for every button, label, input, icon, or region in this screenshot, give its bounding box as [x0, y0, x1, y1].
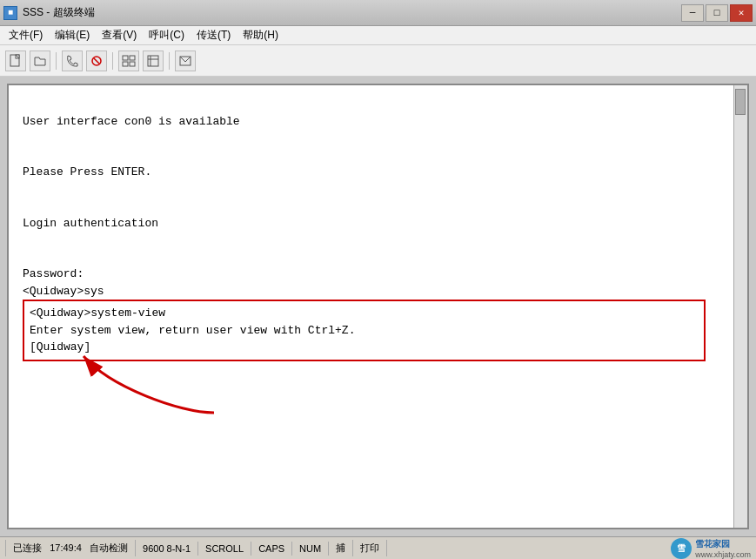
menu-bar: 文件(F) 编辑(E) 查看(V) 呼叫(C) 传送(T) 帮助(H) — [0, 26, 756, 45]
window-title: SSS - 超级终端 — [23, 5, 95, 20]
menu-edit[interactable]: 编辑(E) — [50, 26, 95, 44]
toolbar-send[interactable] — [175, 51, 196, 71]
terminal-container[interactable]: User interface con0 is available Please … — [7, 84, 749, 529]
status-connected: 已连接 17:49:4 自动检测 — [5, 540, 136, 556]
title-bar-left: ■ SSS - 超级终端 — [3, 5, 95, 20]
title-bar-buttons: ─ □ ✕ — [681, 4, 753, 22]
toolbar-open[interactable] — [30, 51, 50, 71]
status-scroll: SCROLL — [198, 542, 251, 556]
status-print: 打印 — [353, 540, 387, 556]
close-button[interactable]: ✕ — [730, 4, 753, 22]
title-bar: ■ SSS - 超级终端 ─ □ ✕ — [0, 0, 756, 26]
menu-help[interactable]: 帮助(H) — [238, 26, 284, 44]
menu-transfer[interactable]: 传送(T) — [191, 26, 236, 44]
toolbar-settings[interactable] — [143, 51, 164, 71]
status-capture: 捕 — [329, 540, 353, 556]
svg-rect-5 — [123, 56, 128, 60]
status-num: NUM — [292, 542, 329, 556]
terminal-highlighted-section: <Quidway>system-view Enter system view, … — [23, 300, 723, 361]
menu-call[interactable]: 呼叫(C) — [144, 26, 190, 44]
toolbar — [0, 45, 756, 77]
toolbar-new[interactable] — [5, 51, 26, 71]
toolbar-phone[interactable] — [62, 51, 83, 71]
highlight-box: <Quidway>system-view Enter system view, … — [23, 300, 706, 361]
status-caps: CAPS — [251, 542, 292, 556]
logo-text: 雪花家园 www.xhjaty.com — [695, 538, 751, 559]
toolbar-sep-1 — [56, 52, 57, 70]
terminal-content: User interface con0 is available Please … — [9, 85, 747, 528]
minimize-button[interactable]: ─ — [681, 4, 704, 22]
toolbar-hangup[interactable] — [86, 51, 107, 71]
svg-rect-6 — [123, 62, 128, 66]
svg-line-4 — [94, 58, 99, 64]
restore-button[interactable]: □ — [706, 4, 728, 22]
toolbar-properties[interactable] — [118, 51, 139, 71]
app-icon: ■ — [3, 6, 17, 20]
menu-view[interactable]: 查看(V) — [97, 26, 142, 44]
terminal-text-highlighted: <Quidway>system-view Enter system view, … — [30, 305, 699, 356]
scrollbar-thumb[interactable] — [735, 89, 746, 115]
menu-file[interactable]: 文件(F) — [3, 26, 48, 44]
status-baud: 9600 8-N-1 — [136, 542, 198, 556]
app-icon-symbol: ■ — [8, 8, 13, 17]
svg-rect-9 — [148, 56, 158, 66]
svg-rect-7 — [130, 56, 135, 60]
svg-rect-8 — [130, 62, 135, 66]
logo-icon: 雪 — [671, 538, 692, 559]
status-bar: 已连接 17:49:4 自动检测 9600 8-N-1 SCROLL CAPS … — [0, 536, 756, 559]
terminal-text: User interface con0 is available Please … — [23, 96, 723, 300]
terminal-scrollbar[interactable] — [733, 85, 747, 528]
toolbar-sep-2 — [112, 52, 113, 70]
toolbar-sep-3 — [169, 52, 170, 70]
main-area: User interface con0 is available Please … — [0, 77, 756, 536]
status-logo: 雪 雪花家园 www.xhjaty.com — [671, 538, 751, 559]
